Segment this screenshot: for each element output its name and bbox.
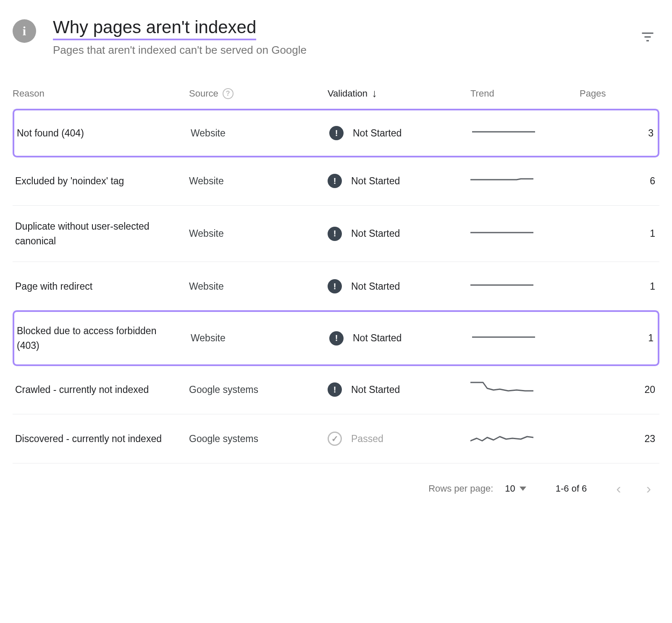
- warning-icon: [328, 174, 342, 188]
- reasons-table: Reason Source ? Validation ↓ Trend Pages…: [13, 78, 659, 463]
- col-reason[interactable]: Reason: [13, 88, 189, 99]
- cell-source: Website: [191, 332, 329, 344]
- cell-reason: Crawled - currently not indexed: [13, 382, 189, 397]
- cell-reason: Discovered - currently not indexed: [13, 432, 189, 446]
- cell-source: Website: [189, 281, 328, 292]
- cell-trend: [470, 170, 580, 192]
- table-footer: Rows per page: 10 1-6 of 6 ‹ ›: [13, 463, 659, 501]
- table-row[interactable]: Duplicate without user-selected canonica…: [13, 206, 659, 262]
- warning-icon: [329, 126, 344, 140]
- prev-page-button[interactable]: ‹: [616, 480, 621, 497]
- col-pages-label: Pages: [580, 88, 606, 99]
- cell-trend: [472, 122, 581, 144]
- cell-pages: 23: [580, 433, 659, 445]
- cell-source: Google systems: [189, 433, 328, 445]
- validation-label: Not Started: [351, 384, 400, 395]
- cell-pages: 1: [580, 281, 659, 292]
- cell-trend: [472, 327, 581, 349]
- col-validation[interactable]: Validation ↓: [328, 87, 470, 100]
- col-validation-label: Validation: [328, 88, 368, 99]
- cell-pages: 20: [580, 384, 659, 395]
- section-header: i Why pages aren't indexed Pages that ar…: [13, 17, 659, 78]
- table-row[interactable]: Excluded by 'noindex' tag Website Not St…: [13, 157, 659, 206]
- cell-reason: Not found (404): [14, 126, 191, 141]
- cell-trend: [470, 379, 580, 400]
- sort-descending-icon: ↓: [372, 87, 377, 100]
- col-trend[interactable]: Trend: [470, 88, 580, 99]
- validation-label: Not Started: [351, 281, 400, 292]
- warning-icon: [329, 331, 344, 346]
- col-trend-label: Trend: [470, 88, 494, 99]
- warning-icon: [328, 382, 342, 397]
- cell-reason: Blocked due to access forbidden (403): [14, 324, 191, 353]
- cell-pages: 1: [581, 332, 658, 344]
- help-icon[interactable]: ?: [223, 88, 234, 99]
- cell-validation: Not Started: [329, 126, 472, 140]
- validation-label: Not Started: [351, 228, 400, 239]
- cell-validation: Not Started: [328, 174, 470, 188]
- table-row[interactable]: Crawled - currently not indexed Google s…: [13, 365, 659, 414]
- validation-label: Not Started: [351, 175, 400, 187]
- warning-icon: [328, 227, 342, 241]
- validation-label: Not Started: [353, 128, 402, 139]
- info-icon: i: [13, 19, 36, 43]
- dropdown-icon: [520, 487, 526, 491]
- page-subtitle: Pages that aren't indexed can't be serve…: [53, 44, 623, 57]
- check-icon: [328, 432, 342, 446]
- cell-reason: Page with redirect: [13, 279, 189, 294]
- validation-label: Not Started: [353, 332, 402, 344]
- cell-reason: Excluded by 'noindex' tag: [13, 174, 189, 188]
- cell-validation: Not Started: [329, 331, 472, 346]
- cell-source: Google systems: [189, 384, 328, 395]
- table-header-row: Reason Source ? Validation ↓ Trend Pages: [13, 78, 659, 110]
- table-row[interactable]: Discovered - currently not indexed Googl…: [13, 414, 659, 463]
- cell-source: Website: [191, 128, 329, 139]
- cell-pages: 1: [580, 228, 659, 239]
- cell-validation: Not Started: [328, 227, 470, 241]
- rows-per-page-label: Rows per page:: [428, 483, 493, 494]
- col-pages[interactable]: Pages: [580, 88, 659, 99]
- cell-pages: 6: [580, 175, 659, 187]
- cell-trend: [470, 428, 580, 450]
- cell-reason: Duplicate without user-selected canonica…: [13, 219, 189, 248]
- pagination-range: 1-6 of 6: [556, 483, 587, 494]
- table-row[interactable]: Not found (404) Website Not Started 3: [13, 109, 659, 157]
- cell-validation: Passed: [328, 432, 470, 446]
- page-title: Why pages aren't indexed: [53, 17, 256, 40]
- validation-label: Passed: [351, 433, 383, 445]
- table-row[interactable]: Blocked due to access forbidden (403) We…: [13, 310, 659, 366]
- col-source[interactable]: Source ?: [189, 88, 328, 99]
- cell-pages: 3: [581, 128, 658, 139]
- cell-source: Website: [189, 175, 328, 187]
- cell-source: Website: [189, 228, 328, 239]
- rows-per-page-select[interactable]: 10: [505, 483, 526, 494]
- table-row[interactable]: Page with redirect Website Not Started 1: [13, 262, 659, 311]
- cell-trend: [470, 223, 580, 245]
- cell-validation: Not Started: [328, 279, 470, 293]
- cell-trend: [470, 275, 580, 297]
- rows-per-page-value: 10: [505, 483, 515, 494]
- next-page-button[interactable]: ›: [646, 480, 651, 497]
- cell-validation: Not Started: [328, 382, 470, 397]
- filter-icon[interactable]: [640, 29, 655, 44]
- warning-icon: [328, 279, 342, 293]
- col-reason-label: Reason: [13, 88, 45, 99]
- col-source-label: Source: [189, 88, 218, 99]
